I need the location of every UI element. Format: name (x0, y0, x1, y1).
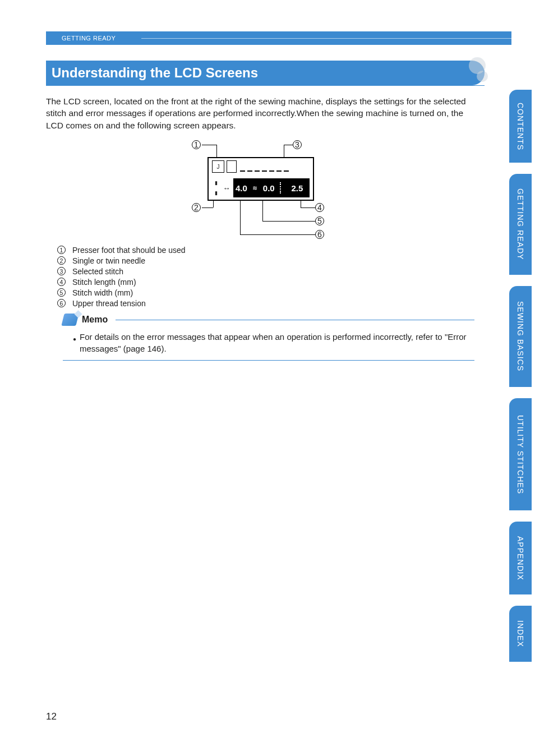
memo-text: For details on the error messages that a… (80, 331, 474, 354)
legend-text: Presser foot that should be used (72, 246, 186, 255)
legend-number: 1 (57, 246, 66, 254)
stitch-row-dashes (240, 160, 310, 173)
memo-icon (61, 314, 79, 326)
lcd-mid-value: 0.0 (261, 178, 277, 197)
callout-1: 1 (192, 140, 201, 149)
callout-3: 3 (293, 140, 302, 149)
running-header-text: GETTING READY (62, 35, 116, 42)
running-header: GETTING READY (46, 31, 511, 45)
lcd-screen: J ▮▮ ↔ 4.0 ≋ 0.0 2.5 (207, 157, 314, 201)
lead-line (240, 200, 241, 234)
lcd-diagram: 1 3 2 J ▮▮ ↔ 4.0 ≋ (168, 137, 348, 243)
callout-5: 5 (315, 216, 324, 225)
legend-text: Stitch length (mm) (72, 278, 136, 287)
length-icon (277, 178, 285, 197)
lead-line (301, 200, 301, 208)
title-decoration (465, 61, 490, 85)
section-title-bar: Understanding the LCD Screens (46, 61, 485, 85)
legend-text: Upper thread tension (72, 299, 146, 308)
tension-icon: ≋ (250, 178, 261, 197)
legend-number: 6 (57, 299, 66, 307)
legend-item: 3 Selected stitch (57, 266, 186, 276)
needle-indicator: ▮▮ (212, 178, 220, 197)
lcd-width-value: 4.0 (233, 178, 250, 197)
lead-line (202, 208, 213, 208)
legend-text: Selected stitch (72, 267, 123, 276)
lead-line (284, 145, 293, 145)
memo-rule (116, 320, 474, 320)
tab-sewing-basics[interactable]: SEWING BASICS (509, 286, 532, 387)
presser-foot-icon: J (212, 160, 224, 173)
memo-box: Memo For details on the error messages t… (63, 312, 474, 361)
legend-number: 2 (57, 256, 66, 265)
legend-item: 6 Upper thread tension (57, 298, 186, 308)
legend-item: 1 Presser foot that should be used (57, 245, 186, 255)
tab-getting-ready[interactable]: GETTING READY (509, 174, 532, 275)
legend-item: 4 Stitch length (mm) (57, 276, 186, 287)
tab-index[interactable]: INDEX (509, 606, 532, 662)
diagram-legend: 1 Presser foot that should be used 2 Sin… (57, 245, 186, 308)
lead-line (202, 145, 216, 145)
legend-text: Stitch width (mm) (72, 288, 133, 297)
callout-2: 2 (192, 203, 201, 212)
memo-title: Memo (82, 315, 108, 325)
lead-line (262, 200, 263, 221)
section-title-text: Understanding the LCD Screens (52, 65, 258, 81)
legend-text: Single or twin needle (72, 256, 145, 265)
width-icon: ↔ (220, 178, 233, 197)
tab-utility-stitches[interactable]: UTILITY STITCHES (509, 398, 532, 510)
side-tabs: CONTENTS GETTING READY SEWING BASICS UTI… (509, 90, 532, 673)
title-underline (46, 85, 485, 86)
bullet-icon (73, 331, 80, 354)
legend-item: 2 Single or twin needle (57, 255, 186, 266)
tab-appendix[interactable]: APPENDIX (509, 522, 532, 594)
legend-number: 5 (57, 288, 66, 297)
callout-6: 6 (315, 230, 324, 239)
stitch-preview-icon (227, 160, 237, 173)
page-number: 12 (46, 711, 57, 722)
lcd-length-value: 2.5 (285, 178, 310, 197)
tab-contents[interactable]: CONTENTS (509, 90, 532, 163)
legend-number: 3 (57, 267, 66, 275)
intro-paragraph: The LCD screen, located on the front at … (46, 95, 476, 131)
lead-line (240, 234, 315, 235)
callout-4: 4 (315, 203, 324, 212)
lead-line (301, 208, 315, 208)
legend-number: 4 (57, 278, 66, 286)
memo-bottom-rule (63, 360, 474, 361)
legend-item: 5 Stitch width (mm) (57, 287, 186, 298)
lead-line (262, 221, 315, 222)
